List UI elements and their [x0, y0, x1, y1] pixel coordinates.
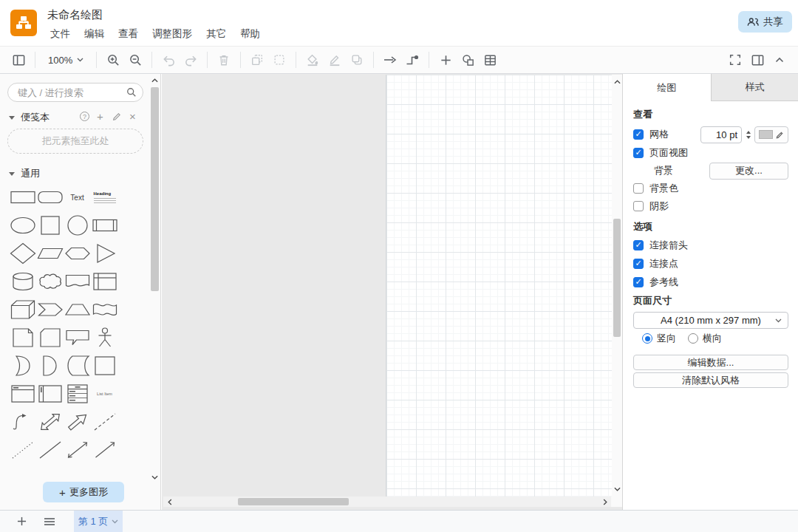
connection-style-button[interactable] — [379, 49, 401, 71]
grid-color-button[interactable] — [754, 126, 788, 143]
shape-card[interactable] — [36, 324, 64, 352]
menu-view[interactable]: 查看 — [114, 26, 143, 42]
add-page-button[interactable] — [10, 511, 33, 532]
guides-checkbox[interactable] — [633, 277, 644, 287]
shape-block-arrow[interactable] — [64, 408, 91, 436]
scratchpad-close-icon[interactable]: × — [127, 111, 138, 122]
tab-diagram[interactable]: 绘图 — [623, 74, 711, 101]
edit-data-button[interactable]: 编辑数据... — [633, 355, 788, 370]
shape-rectangle[interactable] — [9, 183, 36, 211]
shape-search[interactable] — [7, 83, 143, 102]
delete-button[interactable] — [213, 49, 235, 71]
general-section-header[interactable]: 通用 — [9, 167, 40, 180]
grid-checkbox[interactable] — [633, 129, 644, 140]
shape-cloud[interactable] — [36, 267, 64, 296]
menu-extras[interactable]: 其它 — [202, 26, 231, 42]
scroll-up-icon[interactable] — [613, 77, 622, 86]
shape-textbox[interactable]: Heading — [91, 183, 118, 211]
scratchpad-add-icon[interactable]: + — [95, 111, 106, 122]
shadow-checkbox[interactable] — [633, 201, 644, 211]
scratchpad-drop-area[interactable]: 把元素拖至此处 — [7, 129, 143, 154]
background-color-checkbox[interactable] — [633, 183, 644, 194]
shape-list-item[interactable]: List Item — [91, 380, 118, 408]
shape-tape[interactable] — [91, 296, 118, 324]
page-view-checkbox[interactable] — [633, 148, 644, 158]
scroll-left-icon[interactable] — [165, 497, 174, 507]
shape-square[interactable] — [36, 211, 64, 239]
shape-hexagon[interactable] — [64, 239, 91, 267]
shape-bidirectional-block-arrow[interactable] — [36, 408, 64, 436]
scratchpad-help-icon[interactable]: ? — [80, 112, 89, 121]
shape-dashed-line[interactable] — [91, 408, 118, 436]
zoom-dropdown[interactable]: 100% — [41, 49, 91, 71]
shape-trapezoid[interactable] — [64, 296, 91, 324]
step-up-icon[interactable] — [746, 131, 751, 134]
paper-size-dropdown[interactable]: A4 (210 mm x 297 mm) — [633, 312, 788, 329]
scratchpad-section-header[interactable]: 便笺本 — [9, 111, 50, 124]
shadow-button[interactable] — [346, 49, 368, 71]
fullscreen-button[interactable] — [724, 49, 746, 71]
shape-directional-connector[interactable] — [91, 436, 118, 464]
shape-internal-storage[interactable] — [91, 267, 118, 296]
menu-arrange[interactable]: 调整图形 — [148, 26, 197, 42]
scroll-down-icon[interactable] — [613, 484, 622, 494]
shape-step[interactable] — [36, 296, 64, 324]
insert-table-button[interactable] — [479, 49, 501, 71]
pages-menu-button[interactable] — [38, 511, 61, 532]
shape-horizontal-container[interactable] — [9, 380, 36, 408]
change-background-button[interactable]: 更改... — [709, 163, 788, 180]
sidebar-scrollbar-thumb[interactable] — [151, 87, 159, 291]
shape-actor[interactable] — [91, 324, 118, 352]
shape-list[interactable] — [64, 380, 91, 408]
page-tab[interactable]: 第 1 页 — [74, 511, 123, 532]
undo-button[interactable] — [157, 49, 180, 71]
shape-ellipse[interactable] — [9, 211, 36, 239]
waypoint-style-button[interactable] — [401, 49, 423, 71]
scroll-right-icon[interactable] — [600, 497, 610, 507]
zoom-in-button[interactable] — [102, 49, 124, 71]
shape-diamond[interactable] — [9, 239, 36, 267]
shape-container[interactable] — [91, 352, 118, 380]
canvas-vertical-scrollbar-thumb[interactable] — [613, 219, 621, 337]
menu-file[interactable]: 文件 — [46, 26, 75, 42]
grid-size-stepper[interactable] — [744, 126, 752, 143]
menu-help[interactable]: 帮助 — [236, 26, 265, 42]
drawing-page[interactable] — [386, 75, 612, 497]
connection-points-checkbox[interactable] — [633, 259, 644, 269]
drawing-canvas[interactable] — [162, 74, 622, 510]
insert-button[interactable] — [434, 49, 457, 71]
connection-arrows-checkbox[interactable] — [633, 240, 644, 250]
shape-rounded-rectangle[interactable] — [36, 183, 64, 211]
shape-data-storage[interactable] — [64, 352, 91, 380]
fill-color-button[interactable] — [301, 49, 324, 71]
collapse-toolbar-button[interactable] — [768, 49, 791, 71]
shape-document[interactable] — [64, 267, 91, 296]
shape-cube[interactable] — [9, 296, 36, 324]
step-down-icon[interactable] — [746, 136, 751, 139]
zoom-out-button[interactable] — [124, 49, 146, 71]
canvas-horizontal-scrollbar-thumb[interactable] — [238, 498, 349, 505]
redo-button[interactable] — [180, 49, 202, 71]
clear-default-style-button[interactable]: 清除默认风格 — [633, 372, 788, 388]
portrait-radio[interactable] — [642, 333, 652, 344]
landscape-radio[interactable] — [688, 333, 698, 344]
sidebar-scrollbar[interactable] — [150, 75, 160, 482]
shape-parallelogram[interactable] — [36, 239, 64, 267]
shape-note[interactable] — [9, 324, 36, 352]
share-button[interactable]: 共享 — [738, 11, 792, 33]
shape-triangle[interactable] — [91, 239, 118, 267]
canvas-horizontal-scrollbar[interactable] — [163, 497, 611, 507]
grid-size-input[interactable]: 10 pt — [700, 126, 742, 143]
insert-shape-button[interactable] — [457, 49, 479, 71]
menu-edit[interactable]: 编辑 — [80, 26, 109, 42]
shape-vertical-container[interactable] — [36, 380, 64, 408]
shape-curve[interactable] — [9, 408, 36, 436]
canvas-vertical-scrollbar[interactable] — [612, 75, 622, 497]
scratchpad-edit-icon[interactable] — [111, 111, 122, 122]
tab-style[interactable]: 样式 — [711, 74, 798, 101]
shape-or[interactable] — [9, 352, 36, 380]
toggle-shapes-panel-button[interactable] — [7, 49, 30, 71]
toggle-format-panel-button[interactable] — [746, 49, 768, 71]
shape-line[interactable] — [36, 436, 64, 464]
line-color-button[interactable] — [324, 49, 346, 71]
